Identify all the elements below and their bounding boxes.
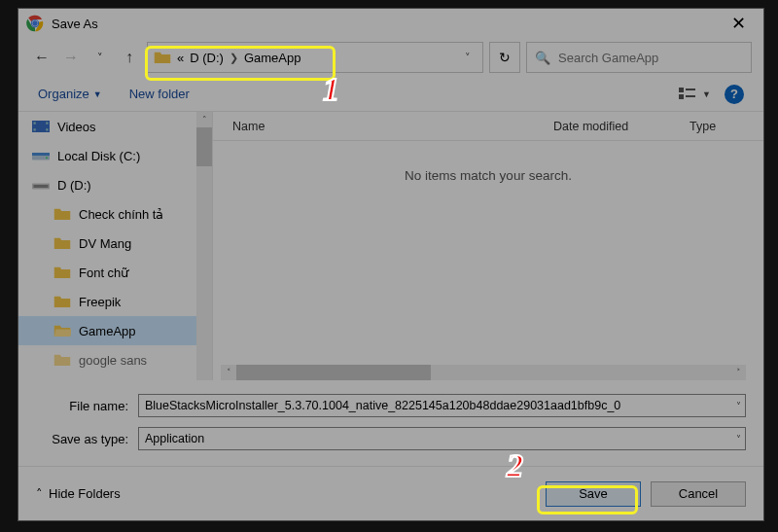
search-input[interactable]: 🔍 Search GameApp xyxy=(526,42,752,73)
svg-rect-12 xyxy=(46,128,48,130)
svg-rect-9 xyxy=(34,123,36,124)
titlebar: Save As ✕ xyxy=(18,9,763,38)
scroll-left-icon[interactable]: ˂ xyxy=(221,365,236,380)
breadcrumb-drive[interactable]: D (D:) xyxy=(190,51,224,65)
drive-icon xyxy=(32,148,50,163)
footer: ˄Hide Folders Save Cancel xyxy=(18,466,763,520)
hscroll-thumb[interactable] xyxy=(236,365,431,380)
scroll-right-icon[interactable]: ˃ xyxy=(730,365,746,380)
fields-area: File name: BlueStacksMicroInstaller_5.3.… xyxy=(18,380,763,466)
savetype-select[interactable]: Application˅ xyxy=(138,427,746,450)
search-placeholder: Search GameApp xyxy=(558,51,658,65)
hide-folders-toggle[interactable]: ˄Hide Folders xyxy=(36,486,121,501)
address-dropdown[interactable]: ˅ xyxy=(459,52,477,64)
breadcrumb-folder[interactable]: GameApp xyxy=(244,51,301,65)
close-button[interactable]: ✕ xyxy=(722,11,756,36)
svg-rect-14 xyxy=(32,153,50,156)
breadcrumb-prefix: « xyxy=(177,51,184,65)
window-title: Save As xyxy=(52,17,722,31)
filename-label: File name: xyxy=(36,399,138,413)
tree-item-videos[interactable]: Videos xyxy=(18,112,212,141)
svg-rect-10 xyxy=(34,128,36,130)
folder-icon xyxy=(53,352,71,368)
view-options-button[interactable]: ▼ xyxy=(679,88,711,101)
tree-item-folder[interactable]: google sans xyxy=(18,345,212,374)
svg-point-15 xyxy=(46,157,48,159)
tree-item-folder[interactable]: Font chữ xyxy=(18,258,212,287)
tree-item-gameapp[interactable]: GameApp xyxy=(18,316,212,345)
savetype-label: Save as type: xyxy=(36,432,138,446)
file-list: Name Date modified Type No items match y… xyxy=(213,112,763,380)
help-button[interactable]: ? xyxy=(725,85,744,104)
svg-rect-7 xyxy=(686,95,695,97)
folder-icon xyxy=(53,206,71,222)
save-button[interactable]: Save xyxy=(546,481,641,507)
forward-button[interactable]: → xyxy=(59,46,83,69)
cancel-button[interactable]: Cancel xyxy=(651,481,746,507)
column-date[interactable]: Date modified xyxy=(553,120,690,133)
tree-item-folder[interactable]: Freepik xyxy=(18,287,212,316)
svg-point-3 xyxy=(32,20,37,25)
tree-scroll-up[interactable]: ˄ xyxy=(196,112,212,127)
address-bar[interactable]: « D (D:) ❯ GameApp ˅ xyxy=(147,42,483,73)
drive-icon xyxy=(32,177,50,193)
new-folder-button[interactable]: New folder xyxy=(129,87,190,101)
tree-scroll-thumb[interactable] xyxy=(196,127,212,166)
svg-rect-5 xyxy=(679,94,684,99)
organize-menu[interactable]: Organize▼ xyxy=(38,87,102,101)
folder-icon xyxy=(154,49,171,66)
recent-dropdown[interactable]: ˅ xyxy=(88,46,112,69)
column-type[interactable]: Type xyxy=(690,120,763,133)
chevron-down-icon[interactable]: ˅ xyxy=(736,434,741,444)
tree-item-d-drive[interactable]: D (D:) xyxy=(18,170,212,199)
breadcrumb: « D (D:) ❯ GameApp xyxy=(177,51,301,65)
body-area: Videos Local Disk (C:) D (D:) Check chín… xyxy=(18,112,763,380)
tree-item-local-disk-c[interactable]: Local Disk (C:) xyxy=(18,141,212,170)
chrome-icon xyxy=(26,15,44,32)
tree-item-folder[interactable]: Check chính tả xyxy=(18,199,212,229)
empty-message: No items match your search. xyxy=(213,141,763,183)
filename-input[interactable]: BlueStacksMicroInstaller_5.3.70.1004_nat… xyxy=(138,394,746,417)
back-button[interactable]: ← xyxy=(30,46,53,69)
view-icon xyxy=(679,88,698,101)
navigation-row: ← → ˅ ↑ « D (D:) ❯ GameApp ˅ ↻ 🔍 Search … xyxy=(18,38,763,77)
svg-rect-11 xyxy=(46,123,48,124)
tree-item-folder[interactable]: DV Mang xyxy=(18,229,212,258)
chevron-up-icon: ˄ xyxy=(36,486,43,501)
svg-rect-6 xyxy=(686,89,695,90)
up-button[interactable]: ↑ xyxy=(118,46,141,69)
svg-rect-17 xyxy=(34,185,49,188)
toolbar: Organize▼ New folder ▼ ? xyxy=(18,77,763,112)
search-icon: 🔍 xyxy=(535,51,550,65)
folder-icon xyxy=(53,235,71,251)
refresh-button[interactable]: ↻ xyxy=(489,42,520,73)
svg-rect-4 xyxy=(679,88,684,92)
chevron-right-icon: ❯ xyxy=(230,52,238,64)
column-headers: Name Date modified Type xyxy=(213,112,763,141)
list-hscrollbar[interactable]: ˂ ˃ xyxy=(221,365,746,380)
folder-icon xyxy=(53,294,71,309)
chevron-down-icon[interactable]: ˅ xyxy=(736,401,741,411)
folder-icon xyxy=(53,265,71,280)
column-name[interactable]: Name xyxy=(213,120,553,133)
folder-open-icon xyxy=(53,323,71,338)
videos-icon xyxy=(32,119,50,134)
save-as-dialog: Save As ✕ ← → ˅ ↑ « D (D:) ❯ GameApp ˅ ↻… xyxy=(18,8,764,521)
folder-tree: Videos Local Disk (C:) D (D:) Check chín… xyxy=(18,112,213,380)
